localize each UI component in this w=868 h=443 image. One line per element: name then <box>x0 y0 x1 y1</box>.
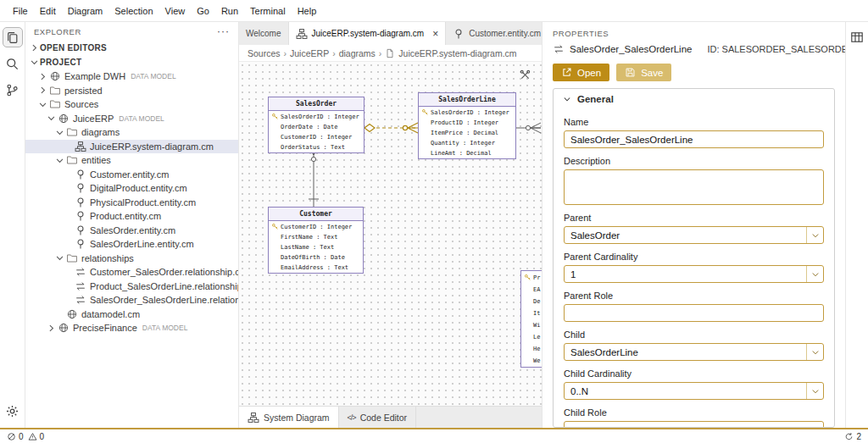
tree-item-customer-salesorder-relationship-cm[interactable]: Customer_SalesOrder.relationship.cm <box>25 265 238 280</box>
tree-item-physicalproduct-entity-cm[interactable]: PhysicalProduct.entity.cm <box>25 196 238 210</box>
field-name-input[interactable] <box>564 130 824 148</box>
tab-juiceerp-system-diagram-cm[interactable]: JuiceERP.system-diagram.cm× <box>289 22 447 45</box>
field-parent-select[interactable]: SalesOrder <box>564 226 824 244</box>
open-editors-section[interactable]: OPEN EDITORS <box>25 41 238 55</box>
tree-item-sources[interactable]: Sources <box>25 97 238 112</box>
general-section-header[interactable]: General <box>554 89 834 109</box>
activity-explorer[interactable] <box>3 27 23 47</box>
tree-item-salesorder-entity-cm[interactable]: SalesOrder.entity.cm <box>25 224 238 238</box>
open-button[interactable]: Open <box>553 64 609 81</box>
chevron-down-icon[interactable] <box>806 266 823 282</box>
tree-item-label: datamodel.cm <box>81 309 140 319</box>
attribute-text: Wi <box>533 322 540 329</box>
tab-label: Customer.entity.cm <box>469 29 541 38</box>
tree-item-product-entity-cm[interactable]: Product.entity.cm <box>25 209 238 224</box>
tree-item-example-dwh[interactable]: Example DWHDATA MODEL <box>25 69 238 84</box>
entity-partial[interactable]: PrEADeItWiLeHeWe <box>520 270 542 368</box>
entity-name: SalesOrder <box>269 97 364 111</box>
close-icon[interactable]: × <box>432 28 438 40</box>
entity-icon <box>74 169 87 180</box>
tree-item-juiceerp[interactable]: JuiceERPDATA MODEL <box>25 112 238 126</box>
menu-item-edit[interactable]: Edit <box>34 3 62 19</box>
menu-item-diagram[interactable]: Diagram <box>62 3 109 19</box>
field-child-cardinality-select[interactable]: 0..N <box>564 382 824 400</box>
selected-element-name: SalesOrder_SalesOrderLine <box>570 44 692 54</box>
key-icon <box>524 274 531 281</box>
field-description-textarea[interactable] <box>564 169 824 205</box>
warnings-status[interactable]: 0 <box>28 432 45 441</box>
tree-item-precisefinance[interactable]: PreciseFinanceDATA MODEL <box>25 321 238 335</box>
tree-item-salesorderline-entity-cm[interactable]: SalesOrderLine.entity.cm <box>25 237 238 252</box>
editor-mode-tab-system-diagram[interactable]: System Diagram <box>239 407 339 428</box>
errors-status[interactable]: 0 <box>7 432 24 441</box>
menu-item-run[interactable]: Run <box>215 3 244 19</box>
tree-item-relationships[interactable]: relationships <box>25 252 238 266</box>
entity-attribute: It <box>521 307 542 319</box>
attribute-text: Quantity : Integer <box>431 140 495 147</box>
tree-item-diagrams[interactable]: diagrams <box>25 125 238 140</box>
breadcrumb-item[interactable]: diagrams <box>339 48 376 58</box>
breadcrumb-item[interactable]: Sources <box>248 48 281 58</box>
chevron-down-icon[interactable] <box>806 227 823 243</box>
tab-welcome[interactable]: Welcome <box>239 22 289 45</box>
select-value: SalesOrderLine <box>570 347 806 357</box>
editor-area: WelcomeJuiceERP.system-diagram.cm×Custom… <box>239 22 542 428</box>
sync-status[interactable]: 2 <box>844 432 861 441</box>
tree-item-label: SalesOrder.entity.cm <box>90 225 175 235</box>
entity-attribute: FirstName : Text <box>269 232 363 242</box>
save-button[interactable]: Save <box>616 64 671 81</box>
tree-item-entities[interactable]: entities <box>25 153 238 168</box>
menu-item-selection[interactable]: Selection <box>108 3 159 19</box>
tree-item-datamodel-cm[interactable]: datamodel.cm <box>25 307 238 322</box>
entity-attribute: De <box>521 296 542 307</box>
folder-icon <box>65 126 79 138</box>
selected-element-id: ID: SALESORDER_SALESORDERLINE <box>707 44 845 54</box>
chevron-down-icon[interactable] <box>806 344 823 360</box>
tree-item-label: JuiceERP.system-diagram.cm <box>90 141 214 152</box>
activity-settings[interactable] <box>3 401 23 421</box>
tree-item-persisted[interactable]: persisted <box>25 84 238 98</box>
field-child-role-input[interactable] <box>564 421 824 427</box>
tree-item-salesorder-salesorderline-relationship-cm[interactable]: SalesOrder_SalesOrderLine.relationship.c… <box>25 293 238 307</box>
menu-item-view[interactable]: View <box>159 3 192 19</box>
activity-source-control[interactable] <box>3 80 23 100</box>
menu-item-go[interactable]: Go <box>191 3 215 19</box>
tree-item-juiceerp-system-diagram-cm[interactable]: JuiceERP.system-diagram.cm <box>25 140 238 154</box>
model-icon <box>48 70 62 82</box>
project-section[interactable]: PROJECT <box>25 55 238 69</box>
field-parent-cardinality-select[interactable]: 1 <box>564 265 824 283</box>
select-value: SalesOrder <box>570 230 806 241</box>
connector-salesorderline-right <box>516 123 541 133</box>
entity-salesorderline[interactable]: SalesOrderLineSalesOrderID : IntegerProd… <box>418 92 516 159</box>
tree-item-label: JuiceERP <box>73 114 114 124</box>
sync-icon <box>844 432 854 441</box>
entity-customer[interactable]: CustomerCustomerID : IntegerFirstName : … <box>268 207 364 274</box>
field-child-select[interactable]: SalesOrderLine <box>564 343 824 361</box>
field-parent-role-input[interactable] <box>564 304 824 322</box>
tree-item-customer-entity-cm[interactable]: Customer.entity.cm <box>25 168 238 182</box>
menu-item-file[interactable]: File <box>7 3 34 19</box>
tree-item-product-salesorderline-relationship-cm[interactable]: Product_SalesOrderLine.relationship.cm <box>25 280 238 294</box>
menu-item-help[interactable]: Help <box>292 3 323 19</box>
more-actions-icon[interactable]: ··· <box>217 25 230 37</box>
chevron-down-icon <box>46 113 57 124</box>
model-icon <box>57 322 70 334</box>
breadcrumb-item[interactable]: JuiceERP.system-diagram.cm <box>398 48 516 58</box>
entity-attribute: He <box>521 343 542 355</box>
tab-customer-entity-cm[interactable]: Customer.entity.cm <box>446 22 542 45</box>
breadcrumb-item[interactable]: JuiceERP <box>290 48 329 58</box>
general-section-label: General <box>577 94 614 104</box>
entity-salesorder[interactable]: SalesOrderSalesOrderID : IntegerOrderDat… <box>268 97 364 153</box>
activity-search[interactable] <box>3 53 23 74</box>
diagram-tools-icon[interactable] <box>519 69 531 81</box>
main-area: EXPLORER ··· OPEN EDITORS PROJECT Exampl… <box>0 22 868 428</box>
diagram-canvas[interactable]: SalesOrderSalesOrderID : IntegerOrderDat… <box>239 61 542 406</box>
editor-mode-tab-code-editor[interactable]: </>Code Editor <box>339 407 416 428</box>
tree-item-label: PhysicalProduct.entity.cm <box>90 197 196 208</box>
chevron-down-icon[interactable] <box>806 383 823 399</box>
table-view-icon[interactable] <box>850 30 864 44</box>
footer-tab-label: Code Editor <box>360 413 407 423</box>
tree-item-digitalproduct-entity-cm[interactable]: DigitalProduct.entity.cm <box>25 181 238 196</box>
menu-item-terminal[interactable]: Terminal <box>244 3 292 19</box>
tree-item-label: persisted <box>64 86 103 96</box>
